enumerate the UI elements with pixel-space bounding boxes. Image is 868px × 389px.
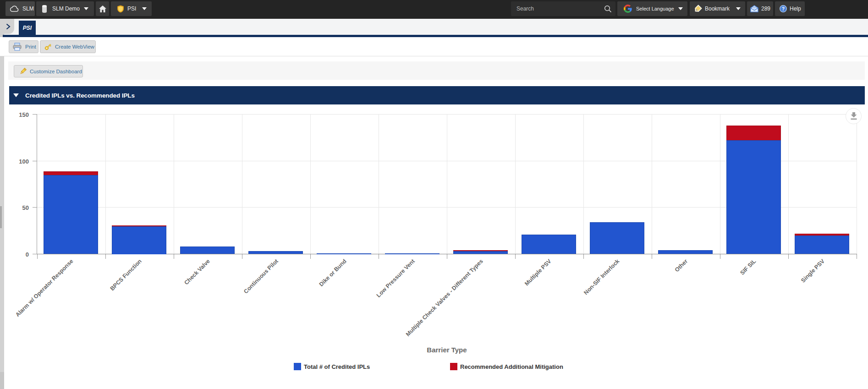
svg-text:?: ? bbox=[782, 6, 785, 11]
